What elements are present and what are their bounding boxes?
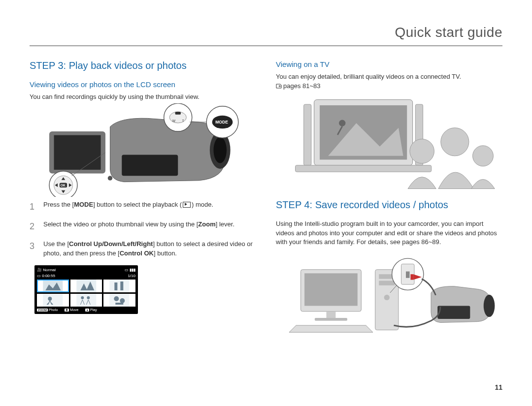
content-columns: STEP 3: Play back videos or photos Viewi… <box>30 60 502 341</box>
svg-point-44 <box>410 139 434 163</box>
svg-point-5 <box>213 137 227 163</box>
svg-rect-48 <box>304 274 358 306</box>
tv-subtitle: Viewing on a TV <box>276 60 502 68</box>
page-number: 11 <box>495 383 502 391</box>
svg-rect-26 <box>121 281 124 290</box>
svg-rect-53 <box>379 281 395 285</box>
lcd-intro: You can find recordings quickly by using… <box>30 93 256 102</box>
svg-rect-27 <box>43 294 63 307</box>
w-label: W <box>172 119 176 123</box>
svg-rect-49 <box>327 312 336 318</box>
svg-point-31 <box>87 296 90 299</box>
step3-list: 1 Press the [MODE] button to select the … <box>30 200 256 258</box>
lcd-subtitle: Viewing videos or photos on the LCD scre… <box>30 80 256 89</box>
svg-point-2 <box>108 176 113 181</box>
svg-rect-61 <box>437 306 470 319</box>
step3-item-3: 3 Use the [Control Up/Down/Left/Right] b… <box>30 240 256 258</box>
step-number: 2 <box>30 220 37 233</box>
svg-rect-1 <box>54 135 101 169</box>
tv-text: You can enjoy detailed, brilliant qualit… <box>276 72 502 91</box>
thumb-cell <box>70 280 102 292</box>
svg-rect-35 <box>116 303 124 305</box>
step3-item-1: 1 Press the [MODE] button to select the … <box>30 200 256 213</box>
svg-rect-21 <box>76 280 96 292</box>
thumb-cell <box>70 294 102 307</box>
svg-point-34 <box>120 298 125 303</box>
svg-point-30 <box>81 296 84 299</box>
right-column: Viewing on a TV You can enjoy detailed, … <box>276 60 502 341</box>
playback-icon <box>183 202 191 208</box>
step4-text: Using the Intelli-studio program built i… <box>276 219 502 248</box>
preview-count: 1/10 <box>128 274 135 278</box>
tv-illustration <box>276 95 502 193</box>
svg-rect-43 <box>296 165 432 172</box>
svg-point-60 <box>484 295 495 317</box>
svg-rect-24 <box>110 280 130 292</box>
step-number: 3 <box>30 240 37 258</box>
step4-title: STEP 4: Save recorded videos / photos <box>276 199 502 211</box>
step-number: 1 <box>30 200 37 213</box>
svg-point-39 <box>339 120 345 126</box>
step3-title: STEP 3: Play back videos or photos <box>30 60 256 71</box>
thumb-cell <box>37 294 69 307</box>
thumb-cell <box>103 294 135 307</box>
svg-rect-20 <box>43 280 63 292</box>
svg-rect-57 <box>406 272 410 278</box>
svg-marker-58 <box>410 274 413 280</box>
preview-grid <box>37 280 135 307</box>
svg-rect-3 <box>122 155 178 176</box>
preview-play-label: Play <box>90 308 97 312</box>
ok-label: OK <box>61 184 66 187</box>
page-ref-icon <box>276 84 282 89</box>
camcorder-illustration: W T MODE OK <box>30 106 256 194</box>
step3-item-2: 2 Select the video or photo thumbnail vi… <box>30 220 256 233</box>
lcd-thumbnail-preview: 🎥 Normal ▭ ▮▮▮ ▭ 0:00:55 1/10 ZOOMPhoto <box>34 265 138 314</box>
left-column: STEP 3: Play back videos or photos Viewi… <box>30 60 256 341</box>
svg-rect-32 <box>110 294 130 307</box>
preview-time: 0:00:55 <box>42 274 55 278</box>
pc-connection-illustration <box>276 251 502 335</box>
preview-mode-label: Normal <box>43 268 56 272</box>
t-label: T <box>182 119 184 123</box>
svg-point-46 <box>473 146 494 166</box>
svg-rect-41 <box>304 104 311 165</box>
preview-move-label: Move <box>70 308 78 312</box>
svg-rect-50 <box>315 318 347 321</box>
page-header: Quick start guide <box>30 25 502 46</box>
svg-point-33 <box>114 296 119 301</box>
mode-label: MODE <box>215 120 228 125</box>
svg-rect-29 <box>76 294 96 307</box>
thumb-cell <box>37 280 69 292</box>
svg-point-45 <box>441 127 469 156</box>
preview-photo-label: Photo <box>49 308 58 312</box>
svg-rect-25 <box>115 282 118 290</box>
thumb-cell <box>103 280 135 292</box>
svg-rect-8 <box>175 112 181 115</box>
svg-point-54 <box>384 295 390 300</box>
